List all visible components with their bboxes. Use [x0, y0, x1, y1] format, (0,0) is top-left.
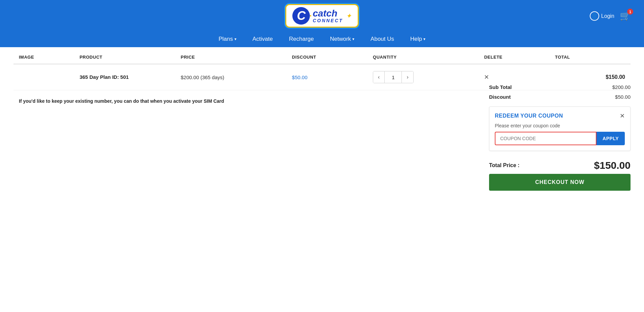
product-discount-cell: $50.00 [287, 64, 367, 90]
nav-network[interactable]: Network ▾ [330, 36, 354, 42]
header-actions: 👤 Login 🛒 1 [590, 11, 631, 21]
chevron-down-icon: ▾ [234, 37, 236, 41]
discount-value: $50.00 [615, 94, 631, 100]
coupon-close-button[interactable]: ✕ [620, 112, 625, 120]
col-header-discount: DISCOUNT [287, 51, 367, 64]
coupon-box: REDEEM YOUR COUPON ✕ Please enter your c… [489, 106, 631, 151]
nav-activate[interactable]: Activate [253, 36, 273, 42]
quantity-value: 1 [385, 72, 401, 83]
subtotal-label: Sub Total [489, 84, 512, 90]
quantity-decrease-button[interactable]: ‹ [373, 71, 385, 83]
delete-item-button[interactable]: ✕ [484, 73, 489, 81]
nav-about[interactable]: About Us [371, 36, 394, 42]
col-header-image: IMAGE [13, 51, 74, 64]
logo-text: catch CONNECT [313, 9, 343, 23]
site-header: C catch CONNECT ✦ 👤 Login 🛒 1 Plans ▾ [0, 0, 644, 47]
login-button[interactable]: 👤 Login [590, 11, 614, 21]
login-label: Login [601, 13, 614, 19]
subtotal-value: $200.00 [612, 84, 631, 90]
nav-plans[interactable]: Plans ▾ [219, 36, 236, 42]
chevron-down-icon: ▾ [352, 37, 354, 41]
coupon-header: REDEEM YOUR COUPON ✕ [495, 112, 625, 120]
discount-row: Discount $50.00 [489, 92, 631, 102]
logo-c-letter: C [292, 7, 310, 25]
discount-label: Discount [489, 94, 511, 100]
main-nav: Plans ▾ Activate Recharge Network ▾ Abou… [0, 32, 644, 47]
logo-star: ✦ [346, 12, 352, 20]
coupon-apply-button[interactable]: APPLY [597, 132, 625, 145]
main-content: IMAGE PRODUCT PRICE DISCOUNT QUANTITY DE… [0, 51, 644, 191]
nav-network-label: Network [330, 36, 351, 42]
quantity-stepper[interactable]: ‹ 1 › [373, 71, 414, 83]
nav-about-label: About Us [371, 36, 394, 42]
logo[interactable]: C catch CONNECT ✦ [285, 4, 358, 28]
chevron-down-icon: ▾ [423, 37, 425, 41]
logo-connect: CONNECT [313, 18, 343, 23]
cart-button[interactable]: 🛒 1 [620, 11, 631, 21]
nav-activate-label: Activate [253, 36, 273, 42]
col-header-delete: DELETE [479, 51, 549, 64]
coupon-input-row: APPLY [495, 132, 625, 145]
product-price-cell: $200.00 (365 days) [175, 64, 287, 90]
quantity-increase-button[interactable]: › [401, 71, 413, 83]
logo-box: C catch CONNECT ✦ [285, 4, 358, 28]
coupon-subtitle: Please enter your coupon code [495, 123, 625, 128]
col-header-product: PRODUCT [74, 51, 175, 64]
nav-recharge[interactable]: Recharge [289, 36, 314, 42]
nav-recharge-label: Recharge [289, 36, 314, 42]
subtotal-row: Sub Total $200.00 [489, 82, 631, 92]
product-name-cell: 365 Day Plan ID: 501 [74, 64, 175, 90]
product-image-cell [13, 64, 74, 90]
order-summary: Sub Total $200.00 Discount $50.00 REDEEM… [489, 82, 631, 191]
nav-help[interactable]: Help ▾ [410, 36, 425, 42]
col-header-total: TOTAL [550, 51, 631, 64]
total-price-label: Total Price : [489, 162, 519, 168]
checkout-button[interactable]: CHECKOUT NOW [489, 174, 631, 191]
logo-catch: catch [313, 9, 343, 18]
col-header-quantity: QUANTITY [367, 51, 479, 64]
cart-badge: 1 [627, 9, 633, 15]
product-name: 365 Day Plan ID: 501 [79, 74, 129, 80]
user-icon: 👤 [590, 11, 599, 21]
total-price-row: Total Price : $150.00 [489, 156, 631, 174]
nav-plans-label: Plans [219, 36, 233, 42]
quantity-cell: ‹ 1 › [367, 64, 479, 90]
coupon-title: REDEEM YOUR COUPON [495, 113, 563, 119]
col-header-price: PRICE [175, 51, 287, 64]
nav-help-label: Help [410, 36, 422, 42]
header-top: C catch CONNECT ✦ 👤 Login 🛒 1 [0, 0, 644, 32]
total-price-value: $150.00 [594, 160, 631, 171]
coupon-code-input[interactable] [495, 132, 597, 145]
